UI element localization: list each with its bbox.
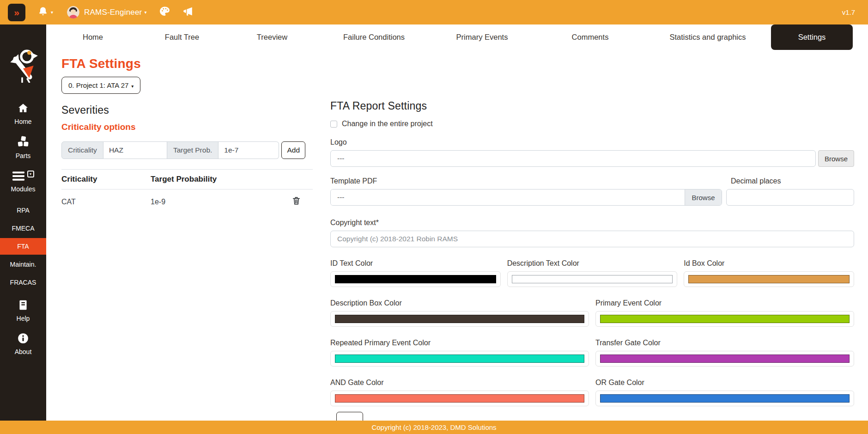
severities-panel: FTA Settings 0. Project 1: ATA 27▾ Sever… [46,50,330,421]
sidebar: Home Parts ▾ Modules RPA FMECA FTA Maint… [0,24,46,421]
delete-row-button[interactable] [292,199,300,207]
sidebar-item-maintain[interactable]: Maintain. [0,256,46,273]
add-criticality-form: Criticality Target Prob. Add [61,141,313,159]
severities-heading: Severities [61,104,313,116]
color-swatch [335,355,584,363]
id-box-color-picker[interactable] [684,271,854,287]
severities-table: Criticality Target Probability CAT 1e-9 [61,169,313,214]
criticality-input[interactable] [103,141,167,159]
user-avatar[interactable] [67,6,79,18]
project-selector[interactable]: 0. Project 1: ATA 27▾ [61,77,140,94]
target-probability-input[interactable] [219,141,279,159]
color-swatch [335,275,496,283]
change-entire-project-label: Change in the entire project [342,120,433,128]
criticality-cell: CAT [61,189,151,214]
color-swatch [600,394,850,403]
sidebar-item-help[interactable]: Help [0,299,46,322]
chevron-down-icon: ▾ [51,10,53,15]
criticality-options-heading: Criticality options [61,122,313,132]
top-bar: » ▾ RAMS-Engineer ▾ [0,0,868,24]
cubes-icon [17,135,30,150]
column-header-criticality: Criticality [61,170,151,189]
tab-primary-events[interactable]: Primary Events [428,24,536,50]
column-header-target-probability: Target Probability [151,170,292,189]
save-button[interactable] [336,412,363,421]
announcements-button[interactable] [182,6,194,19]
logo-browse-button[interactable]: Browse [818,150,854,167]
tab-comments[interactable]: Comments [536,24,644,50]
copyright-text-input[interactable] [330,231,854,247]
decimal-places-label: Decimal places [731,177,854,185]
book-icon [17,299,29,312]
home-icon [17,102,29,116]
chevron-down-icon: ▾ [144,10,146,15]
main-content: FTA Settings 0. Project 1: ATA 27▾ Sever… [46,50,868,421]
logo-label: Logo [330,138,854,147]
modules-dropdown-icon[interactable]: ▾ [27,171,34,177]
sidebar-item-fmeca[interactable]: FMECA [0,220,46,237]
tab-home[interactable]: Home [46,24,140,50]
sidebar-item-fta[interactable]: FTA [0,238,46,255]
color-swatch [600,315,850,323]
fta-report-settings-panel: FTA Report Settings Change in the entire… [330,50,868,421]
primary-event-color-picker[interactable] [595,311,854,327]
theme-button[interactable] [159,6,170,19]
or-gate-color-picker[interactable] [595,391,854,406]
color-swatch [335,394,584,403]
transfer-gate-color-label: Transfer Gate Color [595,339,854,347]
color-swatch [335,315,584,323]
tab-fault-tree[interactable]: Fault Tree [140,24,225,50]
description-box-color-label: Description Box Color [330,299,589,307]
logo-file-input[interactable] [330,150,816,167]
add-button[interactable]: Add [281,141,305,159]
robin-rams-logo [8,49,38,85]
sidebar-item-parts[interactable]: Parts [0,135,46,159]
description-text-color-picker[interactable] [507,271,678,287]
color-swatch [600,355,850,363]
repeated-primary-event-color-picker[interactable] [330,351,589,367]
repeated-primary-event-color-label: Repeated Primary Event Color [330,339,589,347]
id-text-color-label: ID Text Color [330,259,501,268]
tab-settings[interactable]: Settings [771,24,853,50]
sidebar-item-fracas[interactable]: FRACAS [0,274,46,291]
template-pdf-file-input[interactable] [331,189,685,205]
tab-treeview[interactable]: Treeview [225,24,320,50]
copyright-text-label: Copyright text* [330,219,854,227]
menu-bars-icon [12,171,24,183]
sidebar-item-modules[interactable]: ▾ Modules [0,171,46,193]
target-prob-addon-label: Target Prob. [167,141,219,159]
and-gate-color-picker[interactable] [330,391,589,406]
id-box-color-label: Id Box Color [684,259,854,268]
sidebar-collapse-button[interactable]: » [8,4,25,21]
page-title: FTA Settings [61,56,313,71]
description-box-color-picker[interactable] [330,311,589,327]
sidebar-item-rpa[interactable]: RPA [0,202,46,219]
chevron-down-icon: ▾ [131,84,134,89]
template-pdf-label: Template PDF [330,177,722,185]
color-swatch [688,275,850,283]
app-version: v1.7 [842,8,855,16]
decimal-places-input[interactable] [726,189,854,206]
template-pdf-browse-button[interactable]: Browse [685,189,722,205]
table-row: CAT 1e-9 [61,189,313,214]
sidebar-item-about[interactable]: About [0,332,46,355]
id-text-color-picker[interactable] [330,271,501,287]
target-probability-cell: 1e-9 [151,189,292,214]
color-swatch [512,275,673,283]
notifications-button[interactable]: ▾ [37,6,53,19]
transfer-gate-color-picker[interactable] [595,351,854,367]
criticality-addon-label: Criticality [61,141,103,159]
description-text-color-label: Description Text Color [507,259,678,268]
sidebar-item-home[interactable]: Home [0,102,46,125]
module-tab-bar: Home Fault Tree Treeview Failure Conditi… [46,24,868,50]
primary-event-color-label: Primary Event Color [595,299,854,307]
tab-failure-conditions[interactable]: Failure Conditions [320,24,428,50]
footer: Copyright (c) 2018-2023, DMD Solutions [0,421,868,434]
tab-statistics-and-graphics[interactable]: Statistics and graphics [644,24,771,50]
megaphone-icon [182,6,194,19]
footer-copyright: Copyright (c) 2018-2023, DMD Solutions [371,423,496,431]
and-gate-color-label: AND Gate Color [330,379,589,387]
info-icon [17,332,29,346]
user-menu[interactable]: RAMS-Engineer [84,8,142,17]
change-entire-project-checkbox[interactable] [330,121,337,128]
